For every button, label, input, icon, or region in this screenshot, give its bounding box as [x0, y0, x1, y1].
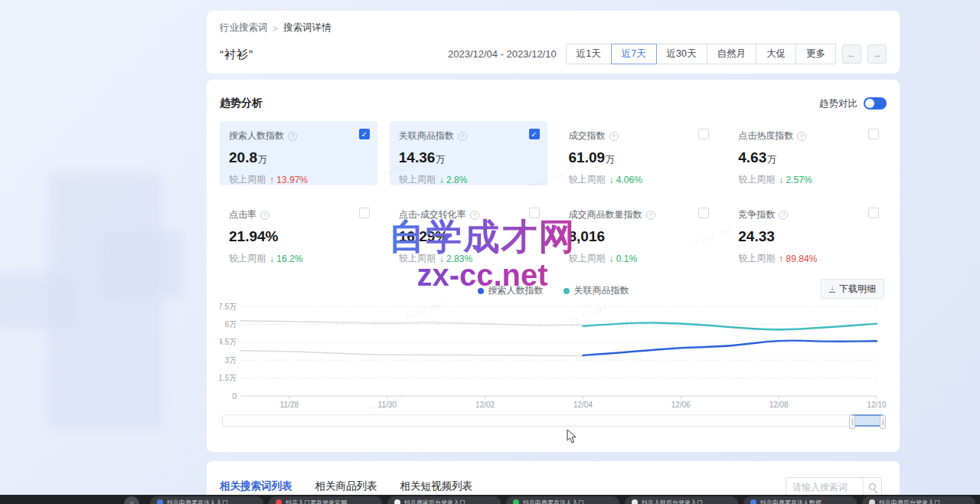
metric-card: 成交商品数量指数?8,016较上周期↓ 0.1%: [560, 200, 717, 264]
favicon: [394, 499, 400, 504]
next-period-button[interactable]: →: [867, 44, 887, 64]
svg-text:3万: 3万: [224, 356, 237, 365]
range-button-大促[interactable]: 大促: [756, 44, 796, 64]
metric-checkbox[interactable]: [529, 208, 540, 218]
range-button-近1天[interactable]: 近1天: [566, 44, 612, 64]
browser-tab[interactable]: 抖音电商罗盘达人入口: [506, 496, 619, 504]
browser-tab[interactable]: 抖音电商罗盘达人入口: [150, 496, 263, 504]
metric-checkbox[interactable]: [698, 208, 709, 218]
range-button-近30天[interactable]: 近30天: [656, 44, 707, 64]
range-button-自然月[interactable]: 自然月: [707, 44, 757, 64]
related-search-input[interactable]: [786, 482, 863, 493]
date-range-button-group: 近1天近7天近30天自然月大促更多: [566, 44, 836, 64]
metric-value: 24.33: [738, 228, 877, 245]
svg-text:11/30: 11/30: [378, 401, 397, 409]
browser-tab[interactable]: 抖店入口罗盘登录官网: [269, 496, 382, 504]
svg-text:12/10: 12/10: [867, 401, 886, 409]
svg-text:12/04: 12/04: [573, 401, 593, 409]
favicon: [632, 499, 638, 504]
related-search-box: [786, 477, 882, 496]
svg-text:11/28: 11/28: [280, 401, 299, 409]
metric-checkbox[interactable]: [359, 208, 370, 218]
metric-label: 点击-成交转化率?: [399, 208, 538, 221]
metric-compare: 较上周期↓ 16.2%: [229, 252, 368, 265]
help-icon[interactable]: ?: [609, 132, 619, 141]
metric-compare: 较上周期↓ 4.06%: [569, 173, 708, 186]
svg-text:12/02: 12/02: [475, 401, 495, 409]
search-icon: [869, 483, 876, 490]
svg-text:12/08: 12/08: [769, 401, 789, 409]
legend-item-关联商品指数[interactable]: 关联商品指数: [564, 284, 629, 297]
metric-unit: 万: [258, 154, 267, 165]
header-card: 行业搜索词 > 搜索词详情 “衬衫” 2023/12/04 - 2023/12/…: [207, 11, 900, 74]
trend-compare-label: 趋势对比: [819, 97, 858, 110]
metric-card: 关联商品指数?✓14.36万较上周期↓ 2.8%: [390, 121, 547, 185]
tab-search-icon[interactable]: ⌕: [124, 496, 139, 504]
breadcrumb-separator-icon: >: [273, 24, 278, 33]
zoom-slider-right-handle[interactable]: [880, 415, 886, 429]
help-icon[interactable]: ?: [260, 211, 270, 220]
metric-checkbox[interactable]: [698, 129, 709, 139]
browser-tab[interactable]: 抖音商家后台登录入口: [387, 496, 501, 504]
metric-change-down: ↓ 4.06%: [609, 175, 642, 185]
metric-checkbox[interactable]: [868, 129, 879, 139]
metric-label-text: 成交商品数量指数: [569, 208, 642, 221]
metric-value: 8,016: [569, 228, 708, 245]
favicon: [869, 499, 875, 504]
metric-checkbox[interactable]: ✓: [359, 129, 370, 139]
metric-label-text: 关联商品指数: [399, 129, 454, 142]
download-detail-button[interactable]: ↓ 下载明细: [821, 279, 884, 299]
metric-value: 20.8万: [229, 149, 368, 166]
browser-tab[interactable]: 抖音电商后台登录入口: [862, 496, 975, 504]
metric-change-down: ↓ 16.2%: [270, 254, 302, 264]
zoom-slider-left-handle[interactable]: [849, 415, 855, 429]
metric-card: 竞争指数?24.33较上周期↑ 89.84%: [729, 200, 887, 264]
trend-line-chart[interactable]: 01.5万3万4.5万6万7.5万11/2811/3012/0212/0412/…: [220, 301, 887, 413]
prev-period-button[interactable]: ←: [842, 44, 861, 64]
legend-item-搜索人数指数[interactable]: 搜索人数指数: [478, 284, 544, 297]
help-icon[interactable]: ?: [797, 132, 806, 141]
metric-value: 16.29%: [399, 228, 538, 245]
favicon: [276, 499, 282, 504]
favicon: [750, 499, 756, 504]
metric-label-text: 点击-成交转化率: [399, 208, 466, 221]
metric-value: 14.36万: [399, 149, 538, 166]
svg-text:7.5万: 7.5万: [220, 303, 237, 311]
legend-dot-icon: [564, 288, 570, 294]
help-icon[interactable]: ?: [288, 132, 297, 141]
svg-text:1.5万: 1.5万: [220, 374, 237, 382]
browser-tab[interactable]: 抖音入驻后台登录入口: [625, 496, 738, 504]
chart-zoom-slider[interactable]: [222, 414, 884, 427]
series-关联商品指数: [583, 322, 877, 329]
metric-label: 点击率?: [229, 208, 368, 221]
metric-value: 61.09万: [569, 149, 708, 166]
metric-value: 21.94%: [229, 228, 368, 245]
help-icon[interactable]: ?: [779, 211, 788, 220]
zoom-slider-window[interactable]: [852, 414, 883, 427]
metric-label: 关联商品指数?: [399, 129, 538, 142]
breadcrumb-parent[interactable]: 行业搜索词: [220, 21, 268, 34]
tab-title: 抖音电商罗盘达人入口: [167, 499, 228, 504]
metric-label: 搜索人数指数?: [229, 129, 368, 142]
metric-compare: 较上周期↑ 89.84%: [738, 252, 877, 265]
help-icon[interactable]: ?: [470, 211, 479, 220]
search-button[interactable]: [863, 478, 881, 496]
help-icon[interactable]: ?: [458, 132, 467, 141]
metric-checkbox[interactable]: [868, 208, 879, 218]
trend-compare-toggle[interactable]: [864, 97, 887, 110]
metric-compare: 较上周期↑ 13.97%: [229, 173, 368, 186]
toggle-knob: [865, 99, 874, 108]
metric-change-up: ↑ 89.84%: [779, 254, 817, 264]
metric-change-up: ↑ 13.97%: [270, 175, 308, 185]
tab-title: 抖音商家后台登录入口: [404, 499, 466, 504]
metric-label: 成交指数?: [569, 129, 708, 142]
metric-card-grid: 搜索人数指数?✓20.8万较上周期↑ 13.97%关联商品指数?✓14.36万较…: [220, 121, 887, 264]
metric-checkbox[interactable]: ✓: [529, 129, 540, 139]
help-icon[interactable]: ?: [646, 211, 655, 220]
range-button-近7天[interactable]: 近7天: [611, 44, 657, 64]
favicon: [157, 499, 163, 504]
range-button-更多[interactable]: 更多: [795, 44, 836, 64]
browser-tab[interactable]: 抖音电商罗盘达人数据: [743, 496, 857, 504]
breadcrumb: 行业搜索词 > 搜索词详情: [220, 21, 331, 34]
metric-card: 点击热度指数?4.63万较上周期↓ 2.57%: [729, 121, 887, 185]
